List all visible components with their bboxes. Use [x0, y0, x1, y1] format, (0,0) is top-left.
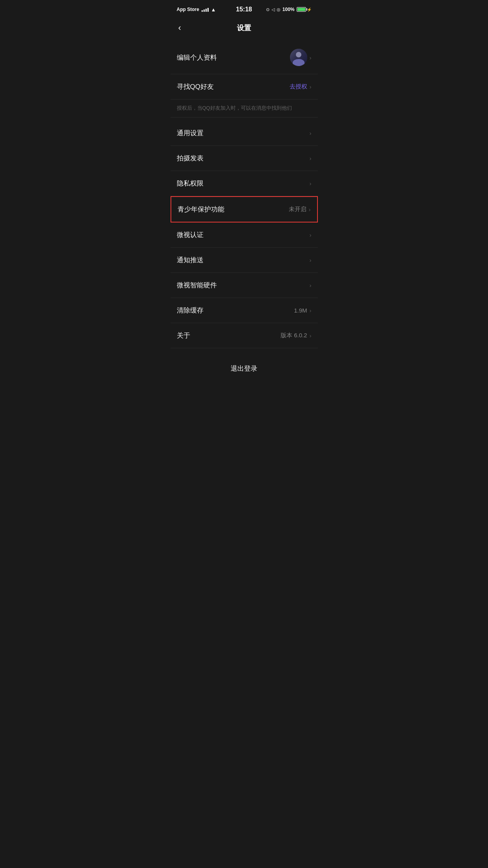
app-store-label: App Store [177, 7, 199, 12]
alarm-icon: ◎ [277, 7, 281, 12]
clear-cache-right: 1.9M › [294, 307, 311, 314]
find-qq-action: 去授权 [290, 83, 307, 90]
youth-protection-chevron: › [309, 206, 311, 213]
youth-protection-status: 未开启 [289, 206, 306, 213]
about-right: 版本 6.0.2 › [281, 332, 312, 339]
find-qq-row[interactable]: 寻找QQ好友 去授权 › [171, 74, 318, 99]
privacy-right: › [310, 180, 312, 187]
privacy-label: 隐私权限 [177, 179, 204, 188]
avatar-image [290, 49, 307, 66]
status-left: App Store ▲ [177, 7, 216, 13]
nav-header: ‹ 设置 [171, 17, 318, 39]
signal-icon [202, 7, 209, 12]
notifications-row[interactable]: 通知推送 › [171, 248, 318, 273]
capture-label: 拍摄发表 [177, 154, 204, 163]
general-settings-row[interactable]: 通用设置 › [171, 121, 318, 146]
weibo-verify-label: 微视认证 [177, 230, 204, 239]
back-button[interactable]: ‹ [177, 21, 183, 35]
status-time: 15:18 [236, 6, 252, 13]
general-chevron: › [310, 130, 312, 136]
notifications-right: › [310, 257, 312, 263]
smart-hardware-row[interactable]: 微视智能硬件 › [171, 273, 318, 298]
capture-chevron: › [310, 155, 312, 162]
youth-protection-label: 青少年保护功能 [178, 205, 224, 214]
profile-label: 编辑个人资料 [177, 53, 217, 62]
general-settings-label: 通用设置 [177, 129, 204, 138]
about-label: 关于 [177, 331, 190, 340]
find-qq-label: 寻找QQ好友 [177, 82, 214, 91]
about-row[interactable]: 关于 版本 6.0.2 › [171, 323, 318, 348]
find-qq-chevron: › [310, 83, 312, 90]
weibo-verify-row[interactable]: 微视认证 › [171, 223, 318, 248]
profile-row[interactable]: 编辑个人资料 › [171, 41, 318, 74]
youth-protection-right: 未开启 › [289, 206, 311, 213]
battery-percent: 100% [283, 7, 295, 12]
capture-right: › [310, 155, 312, 162]
clear-cache-row[interactable]: 清除缓存 1.9M › [171, 298, 318, 323]
capture-row[interactable]: 拍摄发表 › [171, 146, 318, 171]
lock-icon: ⊙ [266, 7, 270, 12]
logout-row[interactable]: 退出登录 [171, 356, 318, 381]
about-chevron: › [310, 332, 312, 339]
find-qq-right: 去授权 › [290, 83, 312, 90]
status-right: ⊙ ◁ ◎ 100% ⚡ [266, 7, 312, 12]
privacy-chevron: › [310, 180, 312, 187]
location-icon: ◁ [272, 7, 275, 12]
notifications-label: 通知推送 [177, 256, 204, 265]
avatar [290, 49, 307, 66]
wifi-icon: ▲ [211, 7, 216, 13]
profile-chevron: › [310, 54, 312, 61]
smart-hardware-chevron: › [310, 282, 312, 289]
smart-hardware-right: › [310, 282, 312, 289]
smart-hardware-label: 微视智能硬件 [177, 281, 217, 290]
settings-content: 编辑个人资料 › 寻找QQ好友 去授权 › 授权后，当QQ好友加入时，可以在消息… [171, 39, 318, 381]
battery-icon: ⚡ [297, 7, 312, 12]
version-text: 版本 6.0.2 [281, 332, 307, 339]
clear-cache-label: 清除缓存 [177, 306, 204, 315]
logout-label: 退出登录 [231, 365, 257, 372]
weibo-verify-chevron: › [310, 232, 312, 238]
find-qq-desc: 授权后，当QQ好友加入时，可以在消息中找到他们 [177, 105, 292, 111]
privacy-row[interactable]: 隐私权限 › [171, 171, 318, 196]
weibo-verify-right: › [310, 232, 312, 238]
profile-right: › [290, 49, 312, 66]
notifications-chevron: › [310, 257, 312, 263]
clear-cache-chevron: › [310, 307, 312, 314]
general-settings-right: › [310, 130, 312, 136]
page-title: 设置 [237, 23, 251, 33]
find-qq-desc-row: 授权后，当QQ好友加入时，可以在消息中找到他们 [171, 99, 318, 118]
cache-size: 1.9M [294, 307, 307, 314]
status-bar: App Store ▲ 15:18 ⊙ ◁ ◎ 100% ⚡ [171, 0, 318, 17]
youth-protection-row[interactable]: 青少年保护功能 未开启 › [171, 196, 318, 223]
